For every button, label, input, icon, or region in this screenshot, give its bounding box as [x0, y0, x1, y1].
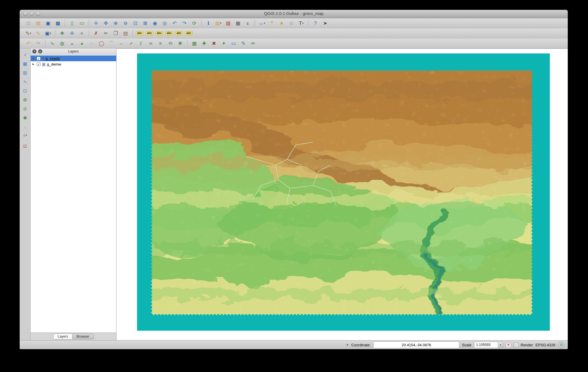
map-tips-icon[interactable]: ❝: [267, 19, 276, 27]
add-spatialite-layer-icon[interactable]: ∿: [21, 78, 29, 85]
tab-browser[interactable]: Browser: [73, 334, 94, 339]
coordinate-input[interactable]: [373, 341, 459, 348]
split-parts-icon[interactable]: ⫽: [136, 39, 145, 47]
move-feature-icon[interactable]: ✢: [67, 29, 77, 37]
add-postgis-layer-icon[interactable]: ▥: [21, 69, 29, 76]
mouse-position-icon: ⌖: [346, 342, 349, 347]
new-shapefile-layer-icon[interactable]: √▾: [21, 131, 29, 139]
move-label-icon[interactable]: abc: [164, 29, 174, 37]
open-project-icon[interactable]: ▤: [34, 19, 43, 27]
layer-item-g_demw[interactable]: ▶✓▦g_demw: [31, 61, 116, 67]
grass-edit-region-icon[interactable]: ✎: [239, 39, 248, 47]
cut-features-icon[interactable]: ✂: [101, 29, 110, 37]
layer-visibility-checkbox[interactable]: ✓: [37, 57, 40, 60]
add-ring-icon[interactable]: ◍: [58, 39, 67, 47]
add-delimited-text-layer-icon[interactable]: ,: [21, 122, 29, 130]
grass-edit-vector-icon[interactable]: ✏: [249, 39, 258, 47]
expand-icon[interactable]: ▶: [32, 63, 35, 66]
toggle-editing-icon[interactable]: ✎: [34, 29, 43, 37]
add-wfs-layer-icon[interactable]: ◉: [21, 114, 29, 121]
zoom-full-icon[interactable]: ⊠: [140, 19, 150, 27]
grass-open-mapset-icon[interactable]: ▦: [190, 39, 199, 47]
coordinate-label: Coordinate:: [351, 343, 371, 347]
add-wcs-layer-icon[interactable]: ◎: [21, 105, 29, 112]
pan-map-icon[interactable]: ✛: [91, 19, 101, 27]
chevron-down-icon[interactable]: ▾: [498, 342, 503, 348]
tab-layers[interactable]: Layers: [53, 334, 72, 339]
crs-status-icon[interactable]: ◍: [558, 342, 564, 348]
rotate-label-icon[interactable]: abc: [174, 29, 184, 37]
reshape-features-icon[interactable]: ⌒: [107, 39, 116, 47]
save-layer-edits-icon[interactable]: ▣▾: [43, 29, 53, 37]
add-mssql-layer-icon[interactable]: ◫: [21, 87, 29, 94]
zoom-in-icon[interactable]: ⊕: [111, 19, 120, 27]
merge-attributes-icon[interactable]: ≡: [156, 39, 165, 47]
grass-display-region-icon[interactable]: ▭: [229, 39, 238, 47]
highlight-labels-icon[interactable]: abc: [155, 29, 164, 37]
zoom-last-icon[interactable]: ↶: [170, 19, 179, 27]
field-calculator-icon[interactable]: ε: [243, 19, 252, 27]
layer-visibility-checkbox[interactable]: ✓: [37, 62, 40, 66]
rotate-feature-icon[interactable]: ⟲: [166, 39, 175, 47]
add-wms-layer-icon[interactable]: ◍: [21, 96, 29, 103]
text-annotation-icon[interactable]: T▾: [297, 19, 306, 27]
new-grass-vector-layer-icon[interactable]: ⊡: [21, 142, 29, 150]
paste-features-icon[interactable]: ▤: [121, 29, 130, 37]
rotate-point-symbols-icon[interactable]: ❋: [175, 39, 185, 47]
add-vector-layer-icon[interactable]: √: [21, 51, 29, 58]
identify-features-icon[interactable]: ℹ: [204, 19, 213, 27]
add-wfs-layer-glyph: ◉: [23, 115, 27, 120]
help-icon[interactable]: ?: [311, 19, 320, 27]
scale-combo[interactable]: 1:105593 ▾: [474, 342, 503, 348]
add-feature-icon[interactable]: ❖: [58, 29, 67, 37]
composer-manager-icon[interactable]: ▭: [77, 19, 86, 27]
open-attribute-table-icon[interactable]: ▦: [233, 19, 243, 27]
add-part-icon[interactable]: ◒: [67, 39, 77, 47]
zoom-out-icon[interactable]: ⊖: [121, 19, 130, 27]
labeling-icon[interactable]: abc: [135, 29, 144, 37]
node-tool-icon[interactable]: ⌗: [77, 29, 86, 37]
zoom-to-selection-icon[interactable]: ◉: [150, 19, 160, 27]
main-area: √▦▥∿◫◍◎◉,√▾⊡ ✕◎ Layers ▶✓√g_roads▶✓▦g_de…: [20, 49, 568, 340]
render-checkbox[interactable]: ✓: [514, 343, 518, 347]
undo-icon[interactable]: ↶: [24, 39, 33, 47]
current-edits-icon[interactable]: ✎▾: [24, 29, 33, 37]
map-canvas[interactable]: [117, 49, 568, 340]
refresh-map-icon[interactable]: ⟳: [190, 19, 199, 27]
copy-features-icon[interactable]: ❐: [111, 29, 120, 37]
split-features-icon[interactable]: ⌿: [126, 39, 136, 47]
delete-part-icon[interactable]: ◯: [97, 39, 106, 47]
stop-rendering-icon[interactable]: ✕: [506, 342, 511, 348]
delete-ring-icon[interactable]: ◌: [87, 39, 96, 47]
titlebar[interactable]: QGIS 2.0.1-Dufour - grass_map: [20, 10, 568, 18]
add-raster-layer-icon[interactable]: ▦: [21, 60, 29, 67]
fill-ring-icon[interactable]: ◕: [77, 39, 86, 47]
save-project-icon[interactable]: ▣: [43, 19, 53, 27]
zoom-to-layer-icon[interactable]: ◎: [160, 19, 169, 27]
layer-tree[interactable]: ▶✓√g_roads▶✓▦g_demw: [31, 55, 116, 332]
grass-tools-icon[interactable]: ✦: [219, 39, 228, 47]
delete-selected-icon[interactable]: ✗: [91, 29, 101, 37]
simplify-feature-icon[interactable]: ∿: [48, 39, 57, 47]
save-project-as-icon[interactable]: ▩: [53, 19, 62, 27]
offset-curve-icon[interactable]: ⌣: [117, 39, 126, 47]
new-project-icon[interactable]: □: [24, 19, 33, 27]
show-bookmarks-icon[interactable]: ☆: [287, 19, 296, 27]
measure-icon[interactable]: ↔▾: [257, 19, 267, 27]
grass-close-mapset-icon[interactable]: ✖: [209, 39, 219, 47]
whats-this-icon[interactable]: ➤: [321, 19, 330, 27]
select-features-icon[interactable]: ▧▾: [214, 19, 223, 27]
zoom-next-icon[interactable]: ↷: [180, 19, 189, 27]
layer-item-g_roads[interactable]: ▶✓√g_roads: [31, 55, 116, 61]
redo-icon[interactable]: ↷: [34, 39, 43, 47]
deselect-features-icon[interactable]: ▨: [223, 19, 233, 27]
grass-new-mapset-icon[interactable]: ✚: [199, 39, 209, 47]
expand-icon[interactable]: ▶: [32, 57, 35, 60]
pan-to-selection-icon[interactable]: ✜: [101, 19, 110, 27]
change-label-icon[interactable]: abc: [184, 29, 193, 37]
zoom-native-icon[interactable]: ⊡: [131, 19, 140, 27]
merge-features-icon[interactable]: ≍: [146, 39, 155, 47]
new-print-composer-icon[interactable]: ▯: [67, 19, 77, 27]
pin-labels-icon[interactable]: abc: [145, 29, 154, 37]
new-bookmark-icon[interactable]: ★: [277, 19, 286, 27]
